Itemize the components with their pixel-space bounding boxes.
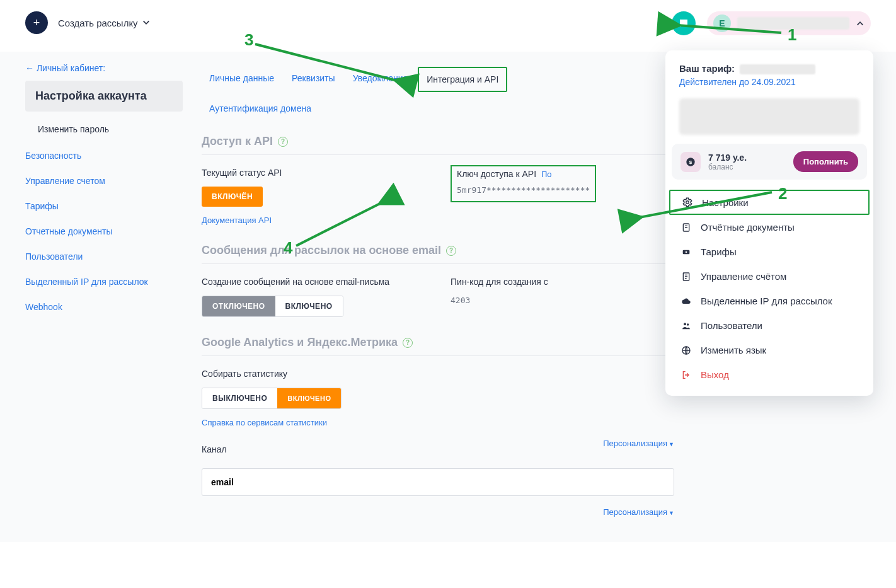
chevron-down-icon[interactable] bbox=[142, 18, 151, 27]
personalization-label: Персонализация bbox=[603, 507, 667, 517]
dropdown-item-label: Настройки bbox=[702, 197, 749, 208]
dropdown-item-reports[interactable]: Отчётные документы bbox=[665, 215, 873, 239]
logout-icon bbox=[679, 370, 693, 380]
api-key-highlight-box: Ключ доступа к API По 5mr917************… bbox=[451, 165, 596, 202]
sidebar-item-reports[interactable]: Отчетные документы bbox=[25, 219, 183, 244]
globe-icon bbox=[679, 345, 693, 355]
balance-label: баланс bbox=[708, 163, 793, 171]
dropdown-item-label: Выход bbox=[701, 369, 729, 380]
stats-on-button[interactable]: ВКЛЮЧЕНО bbox=[277, 388, 341, 408]
main-content: Личные данные Реквизиты Уведомления Инте… bbox=[183, 52, 699, 517]
sidebar: ← Личный кабинет: Настройка аккаунта Изм… bbox=[0, 52, 183, 517]
tariff-valid-until[interactable]: Действителен до 24.09.2021 bbox=[679, 77, 859, 87]
pin-label: Пин-код для создания с bbox=[451, 277, 674, 287]
section-analytics-title: Google Analytics и Яндекс.Метрика bbox=[202, 336, 398, 349]
help-icon[interactable]: ? bbox=[446, 246, 456, 256]
chevron-up-icon bbox=[856, 19, 864, 28]
tab-requisites[interactable]: Реквизиты bbox=[284, 67, 343, 92]
help-icon[interactable]: ? bbox=[278, 137, 288, 147]
users-icon bbox=[679, 321, 693, 331]
messages-off-button[interactable]: ОТКЛЮЧЕНО bbox=[202, 296, 275, 316]
api-status-label: Текущий статус API bbox=[202, 168, 425, 178]
create-label[interactable]: Создать рассылку bbox=[58, 18, 138, 28]
user-name-redacted bbox=[737, 17, 849, 30]
price-tag-icon bbox=[679, 247, 693, 257]
cloud-icon bbox=[679, 296, 693, 306]
top-bar: + Создать рассылку E bbox=[0, 0, 896, 45]
section-messages-title: Сообщения для рассылок на основе email bbox=[202, 244, 441, 257]
sidebar-item-account-settings[interactable]: Настройка аккаунта bbox=[25, 81, 183, 112]
dropdown-item-label: Тарифы bbox=[701, 246, 737, 257]
tab-notifications[interactable]: Уведомления bbox=[345, 67, 416, 92]
back-link[interactable]: ← Личный кабинет: bbox=[25, 63, 183, 73]
svg-point-5 bbox=[686, 251, 687, 253]
create-button[interactable]: + bbox=[25, 11, 48, 34]
api-key-edit-link[interactable]: По bbox=[541, 170, 552, 179]
tariff-name-redacted bbox=[740, 64, 815, 74]
gear-icon bbox=[681, 197, 694, 208]
channel-input[interactable] bbox=[202, 468, 674, 496]
tab-personal[interactable]: Личные данные bbox=[202, 67, 282, 92]
svg-point-2 bbox=[686, 201, 689, 204]
dropdown-item-label: Управление счётом bbox=[701, 271, 786, 282]
sidebar-item-dedicated-ip[interactable]: Выделенный IP для рассылок bbox=[25, 269, 183, 294]
balance-amount: 7 719 у.е. bbox=[708, 153, 793, 163]
personalization-link-2[interactable]: Персонализация▼ bbox=[202, 507, 674, 517]
messages-toggle: ОТКЛЮЧЕНО ВКЛЮЧЕНО bbox=[202, 296, 343, 317]
user-menu-button[interactable]: E bbox=[707, 11, 871, 35]
section-api-title: Доступ к API bbox=[202, 135, 273, 148]
api-doc-link[interactable]: Документация API bbox=[202, 216, 272, 225]
dropdown-menu: Настройки Отчётные документы Тарифы Упра… bbox=[665, 187, 873, 389]
sidebar-item-account-management[interactable]: Управление счетом bbox=[25, 168, 183, 193]
dropdown-item-settings[interactable]: Настройки bbox=[669, 190, 870, 215]
pin-value: 4203 bbox=[451, 296, 674, 305]
messages-create-label: Создание сообщений на основе email-письм… bbox=[202, 277, 425, 287]
sidebar-item-tariffs[interactable]: Тарифы bbox=[25, 193, 183, 219]
messages-on-button[interactable]: ВКЛЮЧЕНО bbox=[275, 296, 343, 316]
collect-stats-label: Собирать статистику bbox=[202, 369, 674, 379]
balance-card: $ 7 719 у.е. баланс Пополнить bbox=[672, 144, 867, 180]
svg-point-7 bbox=[684, 323, 686, 325]
api-key-label: Ключ доступа к API bbox=[457, 169, 536, 179]
sidebar-item-users[interactable]: Пользователи bbox=[25, 244, 183, 269]
section-api-heading: Доступ к API ? bbox=[202, 135, 674, 148]
sidebar-item-webhook[interactable]: Webhook bbox=[25, 294, 183, 320]
svg-point-8 bbox=[687, 323, 689, 325]
dropdown-item-users[interactable]: Пользователи bbox=[665, 313, 873, 338]
dropdown-item-account-management[interactable]: Управление счётом bbox=[665, 264, 873, 289]
receipt-icon bbox=[679, 272, 693, 282]
tabs: Личные данные Реквизиты Уведомления Инте… bbox=[202, 67, 674, 120]
dropdown-item-tariffs[interactable]: Тарифы bbox=[665, 239, 873, 264]
tariff-label: Ваш тариф: bbox=[679, 63, 735, 74]
tariff-stats-redacted bbox=[679, 98, 859, 135]
divider bbox=[202, 154, 674, 155]
dropdown-item-dedicated-ip[interactable]: Выделенные IP для рассылок bbox=[665, 289, 873, 313]
dropdown-item-label: Выделенные IP для рассылок bbox=[701, 296, 832, 306]
stats-toggle: ВЫКЛЮЧЕНО ВКЛЮЧЕНО bbox=[202, 388, 342, 409]
divider bbox=[202, 263, 674, 264]
svg-text:$: $ bbox=[689, 159, 692, 164]
stats-help-link[interactable]: Справка по сервисам статистики bbox=[202, 418, 327, 427]
divider bbox=[202, 355, 674, 356]
sidebar-item-security[interactable]: Безопасность bbox=[25, 143, 183, 168]
sidebar-item-change-password[interactable]: Изменить пароль bbox=[25, 115, 183, 143]
tab-domain-auth[interactable]: Аутентификация домена bbox=[202, 97, 672, 120]
help-icon[interactable]: ? bbox=[403, 338, 413, 348]
dollar-icon: $ bbox=[681, 152, 701, 172]
dropdown-item-label: Отчётные документы bbox=[701, 222, 795, 233]
document-icon bbox=[679, 222, 693, 233]
topup-button[interactable]: Пополнить bbox=[793, 151, 858, 172]
dropdown-item-language[interactable]: Изменить язык bbox=[665, 338, 873, 362]
tab-integration-api[interactable]: Интеграция и API bbox=[418, 67, 507, 92]
api-status-button[interactable]: ВКЛЮЧЁН bbox=[202, 187, 263, 207]
dropdown-item-logout[interactable]: Выход bbox=[665, 362, 873, 387]
section-analytics-heading: Google Analytics и Яндекс.Метрика ? bbox=[202, 336, 674, 349]
api-key-value: 5mr917********************* bbox=[457, 185, 590, 195]
dropdown-item-label: Изменить язык bbox=[701, 345, 766, 355]
personalization-label: Персонализация bbox=[603, 439, 667, 448]
stats-off-button[interactable]: ВЫКЛЮЧЕНО bbox=[202, 388, 277, 408]
dropdown-item-label: Пользователи bbox=[701, 320, 762, 331]
avatar: E bbox=[713, 14, 731, 32]
section-messages-heading: Сообщения для рассылок на основе email ? bbox=[202, 244, 674, 257]
chat-icon[interactable] bbox=[672, 11, 696, 35]
